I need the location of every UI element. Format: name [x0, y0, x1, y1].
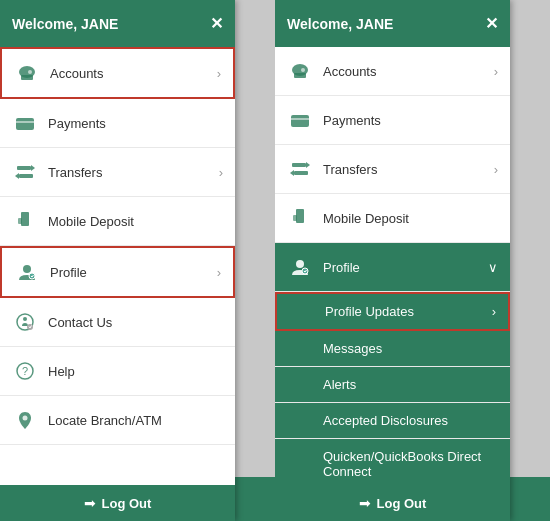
left-menu-item-mobile-deposit[interactable]: Mobile Deposit [0, 197, 235, 246]
svg-text:?: ? [22, 365, 28, 377]
right-profile-label: Profile [323, 260, 488, 275]
left-close-icon[interactable]: ✕ [210, 14, 223, 33]
svg-point-33 [302, 268, 308, 274]
right-profile-updates-label: Profile Updates [325, 304, 414, 319]
svg-rect-25 [292, 163, 306, 167]
left-welcome-title: Welcome, JANE [12, 16, 118, 32]
right-menu-item-accounts[interactable]: Accounts › [275, 47, 510, 96]
left-contact-icon [12, 309, 38, 335]
left-mobile-deposit-icon [12, 208, 38, 234]
svg-rect-5 [17, 166, 31, 170]
svg-rect-9 [21, 212, 29, 226]
svg-point-16 [27, 324, 33, 330]
svg-point-32 [296, 260, 304, 268]
right-transfers-label: Transfers [323, 162, 494, 177]
left-menu-item-accounts[interactable]: Accounts › [0, 47, 235, 99]
right-payments-label: Payments [323, 113, 498, 128]
left-profile-icon [14, 259, 40, 285]
left-menu-item-payments[interactable]: Payments [0, 99, 235, 148]
svg-rect-23 [291, 115, 309, 127]
right-logout-label: Log Out [377, 496, 427, 511]
svg-point-19 [23, 416, 28, 421]
right-menu-item-transfers[interactable]: Transfers › [275, 145, 510, 194]
right-menu-item-profile[interactable]: Profile ∨ [275, 243, 510, 292]
svg-rect-21 [294, 73, 306, 78]
svg-rect-10 [22, 226, 28, 227]
right-accounts-icon [287, 58, 313, 84]
right-menu: Accounts › Payments [275, 47, 510, 485]
svg-marker-28 [290, 170, 294, 176]
right-sub-item-quicken[interactable]: Quicken/QuickBooks Direct Connect [275, 439, 510, 485]
svg-rect-3 [16, 118, 34, 130]
svg-point-13 [29, 273, 35, 279]
left-contact-label: Contact Us [48, 315, 223, 330]
svg-rect-7 [19, 174, 33, 178]
right-mobile-deposit-label: Mobile Deposit [323, 211, 498, 226]
right-mobile-deposit-icon [287, 205, 313, 231]
left-mobile-deposit-label: Mobile Deposit [48, 214, 223, 229]
right-alerts-label: Alerts [323, 377, 356, 392]
left-drawer-header: Welcome, JANE ✕ [0, 0, 235, 47]
left-accounts-label: Accounts [50, 66, 217, 81]
left-help-icon: ? [12, 358, 38, 384]
right-sub-item-profile-updates[interactable]: Profile Updates › [275, 292, 510, 331]
left-logout-button[interactable]: ➡ Log Out [0, 485, 235, 521]
left-profile-arrow: › [217, 265, 221, 280]
svg-point-2 [28, 70, 32, 74]
left-menu-item-transfers[interactable]: Transfers › [0, 148, 235, 197]
right-transfers-icon [287, 156, 313, 182]
right-welcome-title: Welcome, JANE [287, 16, 393, 32]
left-menu-item-help[interactable]: ? Help [0, 347, 235, 396]
svg-rect-1 [21, 75, 33, 80]
svg-point-15 [23, 317, 27, 321]
svg-rect-29 [296, 209, 304, 223]
right-sub-item-messages[interactable]: Messages [275, 331, 510, 367]
left-drawer: Welcome, JANE ✕ Accounts › [0, 0, 235, 521]
svg-rect-4 [16, 121, 34, 123]
svg-marker-8 [15, 173, 19, 179]
right-menu-item-payments[interactable]: Payments [275, 96, 510, 145]
right-profile-arrow: ∨ [488, 260, 498, 275]
svg-point-12 [23, 265, 31, 273]
left-menu-item-profile[interactable]: Profile › [0, 246, 235, 298]
right-profile-updates-arrow: › [492, 304, 496, 319]
right-messages-label: Messages [323, 341, 382, 356]
right-transfers-arrow: › [494, 162, 498, 177]
right-quicken-label: Quicken/QuickBooks Direct Connect [323, 449, 498, 479]
left-payments-label: Payments [48, 116, 223, 131]
svg-rect-31 [293, 215, 297, 221]
left-logout-label: Log Out [102, 496, 152, 511]
svg-marker-6 [31, 165, 35, 171]
right-close-icon[interactable]: ✕ [485, 14, 498, 33]
svg-rect-27 [294, 171, 308, 175]
left-menu-item-locate[interactable]: Locate Branch/ATM [0, 396, 235, 445]
right-drawer-header: Welcome, JANE ✕ [275, 0, 510, 47]
right-logout-icon: ➡ [359, 495, 371, 511]
left-logout-icon: ➡ [84, 495, 96, 511]
left-transfers-arrow: › [219, 165, 223, 180]
right-accounts-arrow: › [494, 64, 498, 79]
right-payments-icon [287, 107, 313, 133]
left-transfers-icon [12, 159, 38, 185]
svg-rect-30 [297, 223, 303, 224]
right-menu-item-mobile-deposit[interactable]: Mobile Deposit [275, 194, 510, 243]
left-transfers-label: Transfers [48, 165, 219, 180]
svg-point-22 [301, 68, 305, 72]
svg-rect-11 [18, 218, 22, 224]
left-accounts-icon [14, 60, 40, 86]
right-panel: Due to th...hours hav...hours, pl...at h… [275, 0, 550, 521]
svg-rect-24 [291, 118, 309, 120]
right-sub-item-accepted-disclosures[interactable]: Accepted Disclosures [275, 403, 510, 439]
left-payments-icon [12, 110, 38, 136]
right-drawer: Welcome, JANE ✕ Accounts › [275, 0, 510, 521]
right-accounts-label: Accounts [323, 64, 494, 79]
left-help-label: Help [48, 364, 223, 379]
right-logout-button[interactable]: ➡ Log Out [275, 485, 510, 521]
left-menu-item-contact-us[interactable]: Contact Us [0, 298, 235, 347]
left-locate-icon [12, 407, 38, 433]
svg-marker-26 [306, 162, 310, 168]
right-sub-item-alerts[interactable]: Alerts [275, 367, 510, 403]
left-menu: Accounts › Payments [0, 47, 235, 485]
left-accounts-arrow: › [217, 66, 221, 81]
left-profile-label: Profile [50, 265, 217, 280]
